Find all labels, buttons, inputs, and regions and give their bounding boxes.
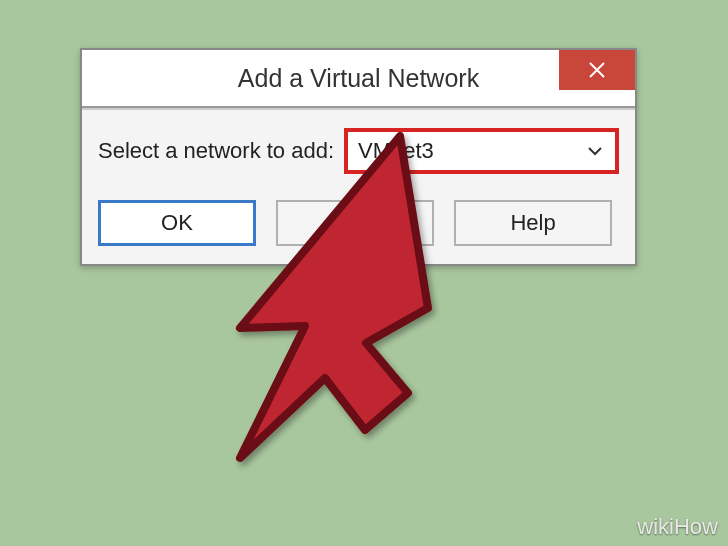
select-row: Select a network to add: VMnet3: [98, 128, 619, 174]
ok-button-label: OK: [161, 210, 193, 236]
add-virtual-network-dialog: Add a Virtual Network Select a network t…: [80, 48, 637, 266]
close-icon: [588, 61, 606, 79]
dialog-content: Select a network to add: VMnet3 OK l Hel…: [82, 108, 635, 264]
dropdown-selected-value: VMnet3: [358, 138, 587, 164]
cancel-button[interactable]: l: [276, 200, 434, 246]
watermark: wikiHow: [637, 514, 718, 540]
titlebar: Add a Virtual Network: [82, 50, 635, 108]
dialog-title: Add a Virtual Network: [238, 64, 479, 93]
network-dropdown[interactable]: VMnet3: [344, 128, 619, 174]
close-button[interactable]: [559, 50, 635, 90]
help-button-label: Help: [510, 210, 555, 236]
button-row: OK l Help: [98, 200, 619, 246]
select-network-label: Select a network to add:: [98, 138, 334, 164]
help-button[interactable]: Help: [454, 200, 612, 246]
chevron-down-icon: [587, 146, 603, 156]
cancel-button-label-partial: l: [409, 210, 414, 236]
ok-button[interactable]: OK: [98, 200, 256, 246]
